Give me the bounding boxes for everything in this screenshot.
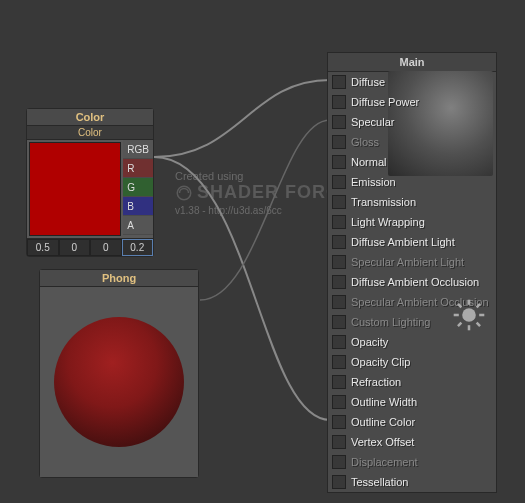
prop-input-socket[interactable] [332,135,346,149]
phong-preview [40,287,198,477]
prop-label: Light Wrapping [351,216,425,228]
prop-row[interactable]: Outline Width [328,392,496,412]
prop-label: Diffuse [351,76,385,88]
prop-label: Diffuse Ambient Occlusion [351,276,479,288]
svg-line-9 [458,323,461,326]
prop-label: Outline Color [351,416,415,428]
prop-label: Gloss [351,136,379,148]
prop-row[interactable]: Diffuse Ambient Light [328,232,496,252]
prop-label: Opacity [351,336,388,348]
prop-input-socket[interactable] [332,255,346,269]
svg-line-8 [477,304,480,307]
svg-line-7 [477,323,480,326]
light-direction-icon[interactable] [452,298,486,332]
prop-input-socket[interactable] [332,295,346,309]
prop-row[interactable]: Refraction [328,372,496,392]
main-panel-title: Main [328,53,496,72]
prop-label: Outline Width [351,396,417,408]
prop-label: Transmission [351,196,416,208]
prop-input-socket[interactable] [332,195,346,209]
prop-row[interactable]: Tessellation [328,472,496,492]
prop-row[interactable]: Transmission [328,192,496,212]
output-g[interactable]: G [123,178,153,197]
prop-input-socket[interactable] [332,155,346,169]
prop-input-socket[interactable] [332,395,346,409]
prop-label: Custom Lighting [351,316,431,328]
prop-input-socket[interactable] [332,315,346,329]
prop-row[interactable]: Opacity [328,332,496,352]
prop-label: Opacity Clip [351,356,410,368]
output-a[interactable]: A [123,216,153,235]
prop-input-socket[interactable] [332,175,346,189]
prop-label: Refraction [351,376,401,388]
prop-row[interactable]: Light Wrapping [328,212,496,232]
prop-row[interactable]: Vertex Offset [328,432,496,452]
prop-label: Tessellation [351,476,408,488]
output-b[interactable]: B [123,197,153,216]
prop-input-socket[interactable] [332,215,346,229]
prop-row[interactable]: Diffuse Ambient Occlusion [328,272,496,292]
prop-label: Emission [351,176,396,188]
prop-row[interactable]: Opacity Clip [328,352,496,372]
prop-row[interactable]: Gloss [328,132,496,152]
prop-label: Normal [351,156,386,168]
prop-input-socket[interactable] [332,375,346,389]
output-r[interactable]: R [123,159,153,178]
prop-label: Displacement [351,456,418,468]
output-rgb[interactable]: RGB [123,140,153,159]
phong-sphere [54,317,184,447]
color-swatch[interactable] [29,142,121,236]
prop-label: Vertex Offset [351,436,414,448]
prop-label: Diffuse Ambient Light [351,236,455,248]
phong-node-title: Phong [40,270,198,287]
prop-input-socket[interactable] [332,455,346,469]
color-node-title: Color [27,109,153,126]
prop-label: Specular [351,116,394,128]
prop-row[interactable]: Emission [328,172,496,192]
color-r-input[interactable] [27,239,59,256]
prop-input-socket[interactable] [332,235,346,249]
main-panel: Main DiffuseDiffuse PowerSpecularGlossNo… [327,52,497,493]
prop-row[interactable]: Diffuse Power [328,92,496,112]
color-node[interactable]: Color Color RGB R G B A [26,108,154,257]
prop-row[interactable]: Normal [328,152,496,172]
prop-row[interactable]: Displacement [328,452,496,472]
prop-input-socket[interactable] [332,475,346,489]
color-node-subtitle: Color [27,126,153,140]
prop-row[interactable]: Diffuse [328,72,496,92]
prop-input-socket[interactable] [332,275,346,289]
prop-row[interactable]: Specular [328,112,496,132]
prop-label: Diffuse Power [351,96,419,108]
color-a-input[interactable] [122,239,154,256]
phong-node[interactable]: Phong [39,269,199,478]
prop-input-socket[interactable] [332,435,346,449]
color-g-input[interactable] [59,239,91,256]
svg-point-1 [462,308,476,322]
color-b-input[interactable] [90,239,122,256]
shaderforge-logo-icon [175,184,193,202]
prop-row[interactable]: Outline Color [328,412,496,432]
prop-label: Specular Ambient Light [351,256,464,268]
prop-input-socket[interactable] [332,335,346,349]
prop-input-socket[interactable] [332,75,346,89]
prop-row[interactable]: Specular Ambient Light [328,252,496,272]
svg-line-6 [458,304,461,307]
prop-input-socket[interactable] [332,115,346,129]
prop-input-socket[interactable] [332,355,346,369]
prop-input-socket[interactable] [332,415,346,429]
prop-input-socket[interactable] [332,95,346,109]
